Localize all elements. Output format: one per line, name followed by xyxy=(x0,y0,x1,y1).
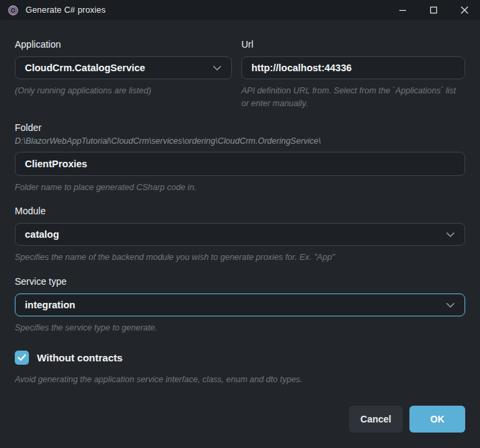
application-helper: (Only running applications are listed) xyxy=(15,85,232,97)
module-select[interactable]: catalog xyxy=(15,223,465,246)
service-type-helper: Specifies the service type to generate. xyxy=(15,322,465,334)
application-group: Application CloudCrm.CatalogService (Onl… xyxy=(15,39,232,110)
dialog-body: Application CloudCrm.CatalogService (Onl… xyxy=(0,20,480,386)
service-type-value: integration xyxy=(25,300,75,310)
app-logo-icon xyxy=(7,5,19,16)
chevron-down-icon xyxy=(446,232,455,238)
cancel-button[interactable]: Cancel xyxy=(349,406,403,433)
minimize-button[interactable] xyxy=(387,0,418,20)
without-contracts-checkbox[interactable]: Without contracts xyxy=(15,351,465,365)
maximize-icon xyxy=(430,6,438,14)
titlebar: Generate C# proxies xyxy=(0,0,480,20)
url-input[interactable] xyxy=(241,56,465,79)
chevron-down-icon xyxy=(446,302,455,308)
application-label: Application xyxy=(15,39,232,50)
dialog-footer: Cancel OK xyxy=(349,406,465,433)
application-value: CloudCrm.CatalogService xyxy=(25,62,145,73)
url-label: Url xyxy=(241,39,465,50)
maximize-button[interactable] xyxy=(418,0,449,20)
service-type-select[interactable]: integration xyxy=(15,294,465,316)
without-contracts-label: Without contracts xyxy=(37,352,122,363)
folder-path: D:\BlazorWebAppTutorial\CloudCrm\service… xyxy=(15,136,465,146)
module-label: Module xyxy=(15,206,465,216)
folder-helper: Folder name to place generated CSharp co… xyxy=(15,181,465,194)
chevron-down-icon xyxy=(212,65,222,71)
module-helper: Specifies the name of the backend module… xyxy=(15,251,465,264)
folder-input[interactable] xyxy=(15,152,465,176)
folder-label: Folder xyxy=(15,122,465,133)
folder-group: Folder D:\BlazorWebAppTutorial\CloudCrm\… xyxy=(15,122,465,194)
close-button[interactable] xyxy=(449,0,480,20)
service-type-group: Service type integration Specifies the s… xyxy=(15,276,465,334)
application-select[interactable]: CloudCrm.CatalogService xyxy=(15,56,232,79)
checkbox-checked-icon xyxy=(15,351,29,365)
module-group: Module catalog Specifies the name of the… xyxy=(15,206,465,264)
window-title: Generate C# proxies xyxy=(26,5,106,15)
ok-button[interactable]: OK xyxy=(409,406,465,433)
url-group: Url API definition URL from. Select from… xyxy=(241,39,465,110)
without-contracts-helper: Avoid generating the application service… xyxy=(15,373,465,386)
module-value: catalog xyxy=(25,229,59,240)
url-helper: API definition URL from. Select from the… xyxy=(241,85,465,110)
close-icon xyxy=(461,6,469,14)
service-type-label: Service type xyxy=(15,276,465,287)
minimize-icon xyxy=(399,6,407,14)
